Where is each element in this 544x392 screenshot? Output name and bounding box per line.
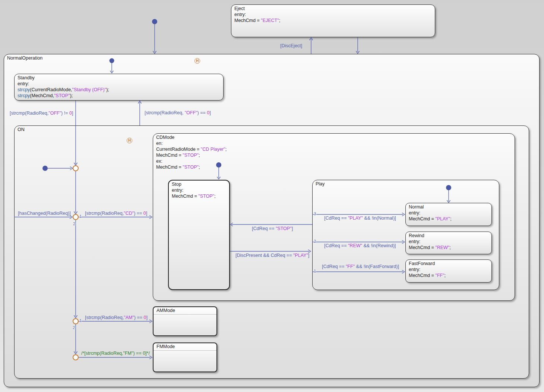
- transition-label-radio-am[interactable]: [strcmp(RadioReq,"AM") == 0]: [85, 315, 148, 320]
- transition-label-has-changed[interactable]: [hasChanged(RadioReq)]: [18, 211, 71, 216]
- state-action-line: CurrentRadioMode = "CD Player";: [156, 146, 512, 152]
- state-action-line: MechCmd = "REW";: [409, 245, 488, 251]
- state-title-stop: Stop: [172, 181, 226, 187]
- transition-label-cd-ff[interactable]: [CdReq == "FF" && !in(FastForward)]: [322, 264, 399, 269]
- state-action-line: MechCmd = "PLAY";: [409, 216, 488, 222]
- transition-label-disc-eject[interactable]: [DiscEject]: [280, 43, 302, 48]
- state-title-fastforward: FastForward: [409, 261, 488, 267]
- stateflow-chart-canvas[interactable]: NormalOperation ON CDMode en: CurrentRad…: [0, 0, 544, 392]
- state-eject[interactable]: Eject entry: MechCmd = "EJECT";: [231, 4, 435, 37]
- state-title-ammode: AMMode: [154, 307, 216, 315]
- state-action-line: entry:: [18, 81, 220, 87]
- state-rewind[interactable]: Rewind entry: MechCmd = "REW";: [405, 232, 492, 254]
- state-normal[interactable]: Normal entry: MechCmd = "PLAY";: [405, 203, 492, 226]
- state-action-line: MechCmd = "FF";: [409, 273, 488, 278]
- state-title-normal-operation: NormalOperation: [7, 55, 536, 61]
- transition-label-radio-off-eq[interactable]: [strcmp(RadioReq, "OFF") == 0]: [145, 110, 211, 115]
- transition-label-radio-fm-comment[interactable]: /*[strcmp(RadioReq,"FM") == 0]*/: [81, 351, 150, 356]
- state-title-cdmode: CDMode: [156, 134, 512, 140]
- state-action-line: entry:: [409, 239, 488, 245]
- state-title-standby: Standby: [18, 75, 220, 81]
- transition-order-label: 2: [314, 239, 316, 243]
- state-action-line: MechCmd = "STOP";: [156, 164, 512, 170]
- transition-label-cd-rew[interactable]: [CdReq == "REW" && !in(Rewind)]: [324, 243, 396, 248]
- state-action-line: strcpy(MechCmd,"STOP");: [18, 93, 220, 99]
- state-title-play: Play: [316, 181, 496, 187]
- state-action-line: en:: [156, 140, 512, 146]
- state-action-line: entry:: [172, 187, 226, 193]
- transition-eject-return[interactable]: [356, 37, 360, 54]
- transition-order-label: 3: [314, 211, 316, 216]
- transition-order-label: 2: [73, 325, 75, 330]
- state-title-normal: Normal: [409, 204, 488, 210]
- transition-disc-eject[interactable]: [310, 38, 313, 54]
- state-action-line: entry:: [409, 267, 488, 273]
- default-transition-dot[interactable]: [152, 19, 157, 24]
- transition-order-label: 1: [79, 214, 82, 219]
- state-action-line: MechCmd = "EJECT";: [234, 17, 432, 23]
- state-action-line: ex:: [156, 158, 512, 164]
- state-title-fmmode: FMMode: [154, 343, 216, 351]
- state-action-line: entry:: [409, 210, 488, 216]
- transition-order-label: 1: [79, 318, 82, 323]
- transition-order-label: 2: [73, 222, 75, 226]
- state-action-line: MechCmd = "STOP";: [156, 152, 512, 158]
- transition-label-cd-play[interactable]: [CdReq == "PLAY" && !in(Normal)]: [324, 216, 396, 221]
- history-junction-icon[interactable]: H: [127, 138, 132, 143]
- state-standby[interactable]: Standby entry: strcpy(CurrentRadioMode,"…: [14, 74, 224, 101]
- transition-label-radio-cd[interactable]: [strcmp(RadioReq,"CD") == 0]: [85, 211, 147, 216]
- state-ammode[interactable]: AMMode: [153, 306, 217, 336]
- state-action-line: entry:: [234, 12, 432, 17]
- transition-label-radio-off-ne[interactable]: [strcmp(RadioReq,"OFF") != 0]: [10, 111, 73, 116]
- state-stop[interactable]: Stop entry: MechCmd = "STOP";: [168, 180, 230, 290]
- default-transition-chart[interactable]: [152, 19, 157, 54]
- state-fastforward[interactable]: FastForward entry: MechCmd = "FF";: [405, 259, 492, 283]
- state-action-line: MechCmd = "STOP";: [172, 193, 226, 199]
- state-title-eject: Eject: [234, 6, 432, 12]
- transition-label-disc-present-play[interactable]: [DiscPresent && CdReq == "PLAY"]: [235, 253, 309, 258]
- history-junction-icon[interactable]: H: [194, 58, 200, 64]
- state-title-on: ON: [18, 127, 526, 133]
- state-action-line: strcpy(CurrentRadioMode,"Standby (OFF)")…: [18, 87, 220, 93]
- transition-label-cd-stop[interactable]: [CdReq == "STOP"]: [252, 226, 293, 231]
- transition-order-label: 1: [314, 269, 316, 273]
- state-title-rewind: Rewind: [409, 233, 488, 239]
- state-fmmode[interactable]: FMMode: [153, 342, 217, 372]
